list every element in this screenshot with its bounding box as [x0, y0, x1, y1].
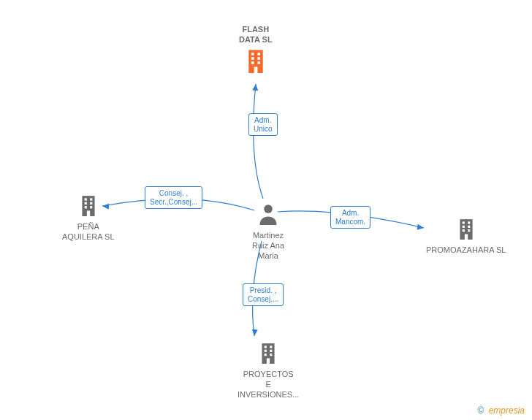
svg-rect-26	[265, 345, 267, 348]
svg-rect-30	[265, 354, 267, 356]
svg-rect-29	[270, 350, 272, 352]
node-label: Martinez Ruiz Ana Maria	[252, 231, 284, 261]
node-right[interactable]: PROMOAZAHARA SL	[426, 218, 506, 256]
svg-rect-7	[257, 61, 260, 64]
svg-rect-10	[84, 198, 86, 200]
svg-rect-27	[270, 345, 272, 348]
copyright-symbol: ©	[477, 405, 484, 416]
node-label: PEÑA AQUILERA SL	[62, 222, 115, 243]
building-icon	[457, 218, 476, 243]
svg-rect-2	[251, 53, 254, 56]
svg-rect-23	[468, 229, 470, 232]
node-label: PROYECTOS E INVERSIONES...	[238, 370, 299, 400]
svg-rect-14	[84, 206, 86, 208]
arrow	[252, 84, 258, 91]
svg-rect-32	[267, 359, 270, 364]
svg-rect-4	[251, 57, 254, 60]
svg-rect-6	[251, 61, 254, 64]
svg-rect-21	[468, 226, 470, 228]
watermark: © empresia	[477, 405, 525, 416]
svg-point-0	[264, 205, 273, 213]
svg-rect-15	[90, 206, 92, 208]
edge-top	[252, 84, 263, 199]
arrow	[252, 329, 258, 336]
svg-rect-13	[90, 202, 92, 205]
building-icon	[79, 194, 98, 219]
svg-rect-11	[90, 198, 92, 200]
node-center[interactable]: Martinez Ruiz Ana Maria	[252, 203, 284, 261]
node-top[interactable]: FLASH DATA SL	[239, 25, 273, 76]
svg-rect-22	[462, 229, 464, 232]
node-left[interactable]: PEÑA AQUILERA SL	[62, 194, 115, 243]
svg-rect-24	[465, 234, 468, 240]
edge-label-bottom: Presid. , Consej....	[243, 283, 284, 306]
building-icon	[259, 342, 278, 367]
svg-rect-18	[462, 221, 464, 224]
svg-rect-20	[462, 226, 464, 228]
svg-rect-12	[84, 202, 86, 205]
brand-text: empresia	[489, 405, 525, 416]
svg-rect-16	[87, 211, 90, 217]
edge-label-left: Consej. , Secr.,Consej...	[145, 186, 202, 209]
svg-rect-31	[270, 354, 272, 356]
edge-label-top: Adm. Unico	[248, 113, 278, 136]
arrow	[417, 224, 424, 230]
svg-rect-19	[468, 221, 470, 224]
svg-rect-3	[257, 53, 260, 56]
diagram-canvas: { "nodes": { "center": { "label": "Marti…	[0, 0, 532, 420]
edge-label-right: Adm. Mancom.	[330, 206, 370, 229]
person-icon	[258, 203, 278, 228]
node-label: FLASH DATA SL	[239, 25, 273, 45]
svg-rect-28	[265, 350, 267, 352]
svg-rect-8	[254, 66, 257, 73]
building-icon	[245, 48, 267, 76]
svg-rect-5	[257, 57, 260, 60]
node-label: PROMOAZAHARA SL	[426, 245, 506, 256]
node-bottom[interactable]: PROYECTOS E INVERSIONES...	[238, 342, 299, 400]
